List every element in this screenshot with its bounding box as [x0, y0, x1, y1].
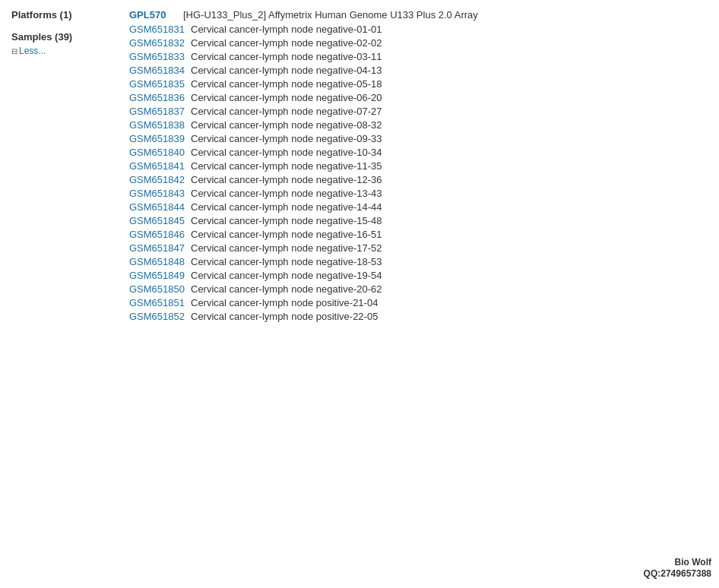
sample-desc-GSM651834: Cervical cancer-lymph node negative-04-1… — [191, 65, 382, 76]
sample-row: GSM651845Cervical cancer-lymph node nega… — [129, 215, 708, 226]
watermark-line2: QQ:2749657388 — [644, 568, 711, 579]
sample-id-GSM651843[interactable]: GSM651843 — [129, 188, 186, 199]
watermark-line1: Bio Wolf — [675, 557, 711, 567]
sample-desc-GSM651837: Cervical cancer-lymph node negative-07-2… — [191, 106, 382, 117]
sample-row: GSM651849Cervical cancer-lymph node nega… — [129, 270, 708, 281]
sample-desc-GSM651844: Cervical cancer-lymph node negative-14-4… — [191, 201, 382, 213]
samples-list: GSM651831Cervical cancer-lymph node nega… — [129, 24, 708, 322]
sample-row: GSM651852Cervical cancer-lymph node posi… — [129, 311, 708, 322]
sample-row: GSM651842Cervical cancer-lymph node nega… — [129, 174, 708, 185]
left-panel: Platforms (1) Samples (39) ⊟ Less... — [11, 8, 129, 324]
sample-row: GSM651839Cervical cancer-lymph node nega… — [129, 133, 708, 144]
sample-row: GSM651848Cervical cancer-lymph node nega… — [129, 256, 708, 267]
sample-desc-GSM651848: Cervical cancer-lymph node negative-18-5… — [191, 256, 382, 267]
sample-id-GSM651836[interactable]: GSM651836 — [129, 92, 186, 103]
sample-desc-GSM651831: Cervical cancer-lymph node negative-01-0… — [191, 24, 382, 35]
sample-id-GSM651849[interactable]: GSM651849 — [129, 270, 186, 281]
sample-id-GSM651835[interactable]: GSM651835 — [129, 78, 186, 90]
sample-row: GSM651846Cervical cancer-lymph node nega… — [129, 229, 708, 240]
sample-id-GSM651846[interactable]: GSM651846 — [129, 229, 186, 240]
sample-row: GSM651837Cervical cancer-lymph node nega… — [129, 106, 708, 117]
sample-row: GSM651831Cervical cancer-lymph node nega… — [129, 24, 708, 35]
sample-row: GSM651832Cervical cancer-lymph node nega… — [129, 37, 708, 49]
collapse-icon: ⊟ — [11, 47, 17, 55]
sample-row: GSM651836Cervical cancer-lymph node nega… — [129, 92, 708, 103]
sample-row: GSM651841Cervical cancer-lymph node nega… — [129, 160, 708, 172]
samples-label: Samples (39) — [11, 31, 129, 43]
sample-desc-GSM651842: Cervical cancer-lymph node negative-12-3… — [191, 174, 382, 185]
sample-id-GSM651842[interactable]: GSM651842 — [129, 174, 186, 185]
less-link-text: Less... — [19, 46, 46, 56]
sample-row: GSM651844Cervical cancer-lymph node nega… — [129, 201, 708, 213]
less-link[interactable]: ⊟ Less... — [11, 46, 129, 56]
sample-desc-GSM651841: Cervical cancer-lymph node negative-11-3… — [191, 160, 382, 172]
sample-id-GSM651832[interactable]: GSM651832 — [129, 37, 186, 49]
sample-id-GSM651833[interactable]: GSM651833 — [129, 51, 186, 62]
sample-desc-GSM651838: Cervical cancer-lymph node negative-08-3… — [191, 119, 382, 131]
sample-row: GSM651850Cervical cancer-lymph node nega… — [129, 283, 708, 295]
sample-id-GSM651848[interactable]: GSM651848 — [129, 256, 186, 267]
sample-desc-GSM651851: Cervical cancer-lymph node positive-21-0… — [191, 297, 378, 308]
sample-id-GSM651840[interactable]: GSM651840 — [129, 147, 186, 158]
sample-desc-GSM651832: Cervical cancer-lymph node negative-02-0… — [191, 37, 382, 49]
sample-desc-GSM651835: Cervical cancer-lymph node negative-05-1… — [191, 78, 382, 90]
sample-id-GSM651831[interactable]: GSM651831 — [129, 24, 186, 35]
platforms-label: Platforms (1) — [11, 9, 129, 21]
sample-id-GSM651851[interactable]: GSM651851 — [129, 297, 186, 308]
sample-id-GSM651834[interactable]: GSM651834 — [129, 65, 186, 76]
sample-id-GSM651847[interactable]: GSM651847 — [129, 242, 186, 254]
sample-desc-GSM651843: Cervical cancer-lymph node negative-13-4… — [191, 188, 382, 199]
sample-row: GSM651834Cervical cancer-lymph node nega… — [129, 65, 708, 76]
sample-desc-GSM651840: Cervical cancer-lymph node negative-10-3… — [191, 147, 382, 158]
watermark: Bio Wolf QQ:2749657388 — [644, 557, 711, 580]
sample-id-GSM651844[interactable]: GSM651844 — [129, 201, 186, 213]
sample-row: GSM651833Cervical cancer-lymph node nega… — [129, 51, 708, 62]
platform-description: [HG-U133_Plus_2] Affymetrix Human Genome… — [183, 9, 478, 21]
sample-desc-GSM651839: Cervical cancer-lymph node negative-09-3… — [191, 133, 382, 144]
sample-desc-GSM651852: Cervical cancer-lymph node positive-22-0… — [191, 311, 378, 322]
sample-id-GSM651850[interactable]: GSM651850 — [129, 283, 186, 295]
sample-id-GSM651845[interactable]: GSM651845 — [129, 215, 186, 226]
sample-id-GSM651852[interactable]: GSM651852 — [129, 311, 186, 322]
right-panel: GPL570 [HG-U133_Plus_2] Affymetrix Human… — [129, 8, 708, 324]
sample-desc-GSM651833: Cervical cancer-lymph node negative-03-1… — [191, 51, 382, 62]
main-container: Platforms (1) Samples (39) ⊟ Less... GPL… — [11, 8, 708, 324]
platform-row: GPL570 [HG-U133_Plus_2] Affymetrix Human… — [129, 9, 708, 21]
sample-desc-GSM651847: Cervical cancer-lymph node negative-17-5… — [191, 242, 382, 254]
sample-row: GSM651851Cervical cancer-lymph node posi… — [129, 297, 708, 308]
sample-desc-GSM651836: Cervical cancer-lymph node negative-06-2… — [191, 92, 382, 103]
sample-row: GSM651840Cervical cancer-lymph node nega… — [129, 147, 708, 158]
sample-id-GSM651841[interactable]: GSM651841 — [129, 160, 186, 172]
sample-row: GSM651835Cervical cancer-lymph node nega… — [129, 78, 708, 90]
sample-row: GSM651838Cervical cancer-lymph node nega… — [129, 119, 708, 131]
sample-desc-GSM651845: Cervical cancer-lymph node negative-15-4… — [191, 215, 382, 226]
sample-desc-GSM651849: Cervical cancer-lymph node negative-19-5… — [191, 270, 382, 281]
platform-id-link[interactable]: GPL570 — [129, 9, 179, 21]
sample-row: GSM651843Cervical cancer-lymph node nega… — [129, 188, 708, 199]
sample-desc-GSM651846: Cervical cancer-lymph node negative-16-5… — [191, 229, 382, 240]
sample-row: GSM651847Cervical cancer-lymph node nega… — [129, 242, 708, 254]
sample-id-GSM651837[interactable]: GSM651837 — [129, 106, 186, 117]
sample-id-GSM651839[interactable]: GSM651839 — [129, 133, 186, 144]
sample-id-GSM651838[interactable]: GSM651838 — [129, 119, 186, 131]
sample-desc-GSM651850: Cervical cancer-lymph node negative-20-6… — [191, 283, 382, 295]
samples-section-left: Samples (39) ⊟ Less... — [11, 31, 129, 56]
